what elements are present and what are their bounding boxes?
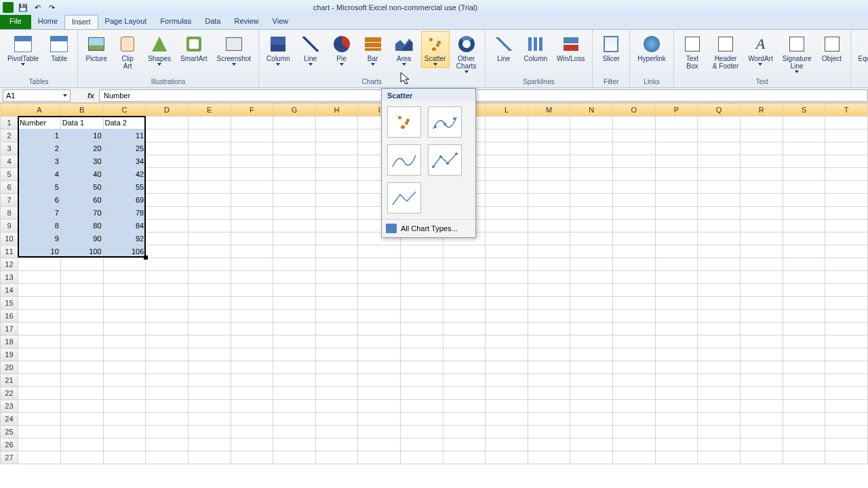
cell[interactable] [825,129,868,142]
cell[interactable] [783,310,825,323]
cell[interactable] [740,155,783,168]
cell[interactable] [486,451,528,464]
cell[interactable] [315,194,358,207]
cell[interactable] [528,323,570,336]
cell[interactable] [18,336,60,348]
cell[interactable] [698,117,741,129]
cell[interactable] [486,207,528,220]
cell[interactable] [783,413,825,426]
cell[interactable] [613,361,656,374]
cell[interactable] [400,271,443,284]
cell[interactable]: 3 [18,155,60,168]
table-button[interactable]: Table [45,31,73,64]
cell[interactable] [783,284,825,297]
cell[interactable] [315,361,358,374]
cell[interactable] [188,297,231,310]
cell[interactable] [486,348,528,361]
cell[interactable] [231,271,273,284]
cell[interactable] [103,387,146,400]
cell[interactable] [18,387,60,400]
cell[interactable]: 40 [60,168,103,181]
tab-review[interactable]: Review [227,15,265,29]
row-header[interactable]: 8 [1,207,18,220]
cell[interactable] [486,439,528,451]
cell[interactable] [698,258,741,271]
cell[interactable]: 25 [103,142,146,155]
cell[interactable] [570,336,613,348]
cell[interactable] [358,336,401,348]
wordart-button[interactable]: AWordArt [745,31,776,68]
cell[interactable] [315,168,358,181]
cell[interactable] [698,348,741,361]
cell[interactable] [146,142,189,155]
cell[interactable] [60,439,103,451]
cell[interactable] [443,426,486,439]
row-header[interactable]: 15 [1,297,18,310]
cell[interactable] [528,400,570,413]
cell[interactable] [783,336,825,348]
cell[interactable] [18,439,60,451]
cell[interactable] [146,181,189,194]
equation-button[interactable]: πEquation [855,31,868,68]
scatter-markers-only[interactable] [387,106,421,138]
cell[interactable] [740,129,783,142]
cell[interactable] [443,258,486,271]
cell[interactable] [613,374,656,387]
cell[interactable] [188,129,231,142]
cell[interactable] [655,194,698,207]
cell[interactable] [740,387,783,400]
cell[interactable] [60,387,103,400]
column-header[interactable]: T [825,104,868,117]
column-header[interactable]: R [740,104,783,117]
row-header[interactable]: 25 [1,426,18,439]
cell[interactable] [825,439,868,451]
cell[interactable] [570,387,613,400]
cell[interactable] [146,207,189,220]
hyperlink-button[interactable]: Hyperlink [634,31,669,64]
cell[interactable] [400,400,443,413]
cell[interactable] [188,336,231,348]
cell[interactable] [825,387,868,400]
sparkline-winloss-button[interactable]: Win/Loss [553,31,588,64]
column-header[interactable]: B [60,104,103,117]
column-header[interactable]: G [273,104,316,117]
cell[interactable] [400,245,443,258]
cell[interactable]: 9 [18,232,60,245]
cell[interactable] [400,297,443,310]
cell[interactable] [613,400,656,413]
cell[interactable] [60,348,103,361]
cell[interactable] [103,439,146,451]
cell[interactable] [783,400,825,413]
cell[interactable] [146,426,189,439]
cell[interactable] [231,451,273,464]
cell[interactable] [613,168,656,181]
cell[interactable]: 69 [103,194,146,207]
cell[interactable] [315,129,358,142]
cell[interactable] [443,439,486,451]
cell[interactable] [486,142,528,155]
cell[interactable] [486,400,528,413]
cell[interactable] [231,284,273,297]
cell[interactable] [528,142,570,155]
cell[interactable] [315,400,358,413]
row-header[interactable]: 6 [1,181,18,194]
cell[interactable] [655,142,698,155]
cell[interactable] [315,207,358,220]
cell[interactable]: 10 [60,129,103,142]
cell[interactable] [273,220,316,232]
cell[interactable] [528,413,570,426]
cell[interactable] [698,310,741,323]
cell[interactable] [740,323,783,336]
tab-insert[interactable]: Insert [64,15,98,29]
cell[interactable] [528,232,570,245]
cell[interactable] [783,348,825,361]
cell[interactable] [103,336,146,348]
cell[interactable] [740,297,783,310]
cell[interactable] [486,387,528,400]
row-header[interactable]: 20 [1,361,18,374]
cell[interactable] [486,271,528,284]
cell[interactable] [273,361,316,374]
cell[interactable] [528,374,570,387]
cell[interactable] [18,297,60,310]
cell[interactable] [103,400,146,413]
